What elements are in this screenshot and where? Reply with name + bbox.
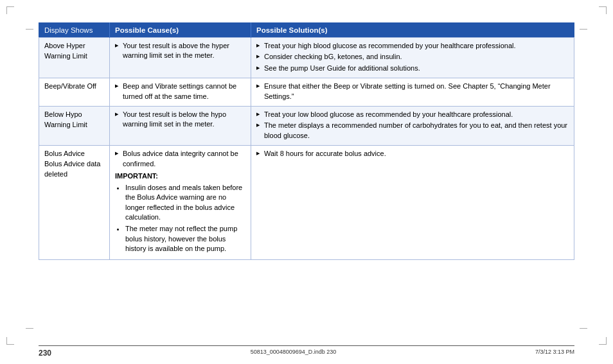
solution-item: Wait 8 hours for accurate bolus advice. [256, 149, 569, 159]
cause-cell: Bolus advice data integrity cannot be co… [110, 146, 251, 259]
solution-item: Ensure that either the Beep or Vibrate s… [256, 82, 569, 101]
cause-item: Your test result is above the hyper warn… [115, 41, 245, 61]
solution-cell: Treat your high blood glucose as recomme… [251, 38, 574, 78]
display-text: Above Hyper Warning Limit [44, 42, 87, 60]
important-item: Insulin doses and meals taken before the… [125, 183, 245, 223]
solution-item: Treat your high blood glucose as recomme… [256, 41, 569, 51]
solution-list: Wait 8 hours for accurate bolus advice. [256, 149, 569, 159]
cause-list: Bolus advice data integrity cannot be co… [115, 149, 245, 169]
header-solution: Possible Solution(s) [251, 23, 574, 38]
table-row: Beep/Vibrate Off Beep and Vibrate settin… [39, 78, 574, 107]
cause-list: Your test result is below the hypo warni… [115, 110, 245, 130]
solution-item: Treat your low blood glucose as recommen… [256, 110, 569, 119]
solution-item: Consider checking bG, ketones, and insul… [256, 52, 569, 62]
table-row: Bolus Advice Bolus Advice data deleted B… [39, 146, 574, 259]
display-text: Below Hypo Warning Limit [44, 110, 87, 128]
display-cell: Bolus Advice Bolus Advice data deleted [39, 146, 110, 259]
corner-mark-br [599, 337, 607, 345]
header-display: Display Shows [39, 23, 110, 38]
solution-cell: Ensure that either the Beep or Vibrate s… [251, 78, 574, 107]
main-table: Display Shows Possible Cause(s) Possible… [39, 22, 574, 260]
cause-list: Beep and Vibrate settings cannot be turn… [115, 82, 245, 101]
display-text-line2: Bolus Advice data deleted [44, 160, 100, 178]
side-mark-bottom-right [580, 328, 587, 329]
display-cell: Above Hyper Warning Limit [39, 38, 110, 78]
cause-item: Beep and Vibrate settings cannot be turn… [115, 82, 245, 101]
solution-cell: Treat your low blood glucose as recommen… [251, 106, 574, 145]
solution-list: Treat your high blood glucose as recomme… [256, 41, 569, 73]
solution-list: Ensure that either the Beep or Vibrate s… [256, 82, 569, 101]
important-item: The meter may not reflect the pump bolus… [125, 224, 245, 254]
important-block: IMPORTANT: Insulin doses and meals taken… [115, 171, 245, 254]
cause-list: Your test result is above the hyper warn… [115, 41, 245, 61]
footer-info: 230 50813_00048009694_D.indb 230 7/3/12 … [39, 349, 574, 358]
solution-cell: Wait 8 hours for accurate bolus advice. [251, 146, 574, 259]
display-text: Beep/Vibrate Off [44, 82, 96, 90]
side-mark-bottom-left [26, 328, 33, 329]
cause-cell: Beep and Vibrate settings cannot be turn… [110, 78, 251, 107]
important-list: Insulin doses and meals taken before the… [115, 183, 245, 254]
page-footer: 230 50813_00048009694_D.indb 230 7/3/12 … [0, 349, 613, 358]
footer-bar [39, 345, 574, 346]
cause-item: Your test result is below the hypo warni… [115, 110, 245, 130]
footer-right: 7/3/12 3:13 PM [535, 349, 574, 358]
table-row: Above Hyper Warning Limit Your test resu… [39, 38, 574, 78]
footer-left: 50813_00048009694_D.indb 230 [251, 349, 337, 358]
corner-mark-tl [6, 6, 14, 14]
header-cause: Possible Cause(s) [110, 23, 251, 38]
page-number: 230 [39, 349, 51, 358]
page-wrapper: Display Shows Possible Cause(s) Possible… [0, 0, 613, 364]
display-text-line1: Bolus Advice [44, 150, 85, 157]
side-mark-top-right [580, 29, 587, 30]
table-row: Below Hypo Warning Limit Your test resul… [39, 106, 574, 145]
corner-mark-bl [6, 337, 14, 345]
display-cell: Below Hypo Warning Limit [39, 106, 110, 145]
corner-mark-tr [599, 6, 607, 14]
cause-item: Bolus advice data integrity cannot be co… [115, 149, 245, 169]
cause-cell: Your test result is above the hyper warn… [110, 38, 251, 78]
important-label: IMPORTANT: [115, 172, 158, 180]
solution-item: The meter displays a recommended number … [256, 121, 569, 141]
solution-list: Treat your low blood glucose as recommen… [256, 110, 569, 141]
side-mark-top-left [26, 29, 33, 30]
display-cell: Beep/Vibrate Off [39, 78, 110, 107]
cause-cell: Your test result is below the hypo warni… [110, 106, 251, 145]
solution-item: See the pump User Guide for additional s… [256, 64, 569, 73]
